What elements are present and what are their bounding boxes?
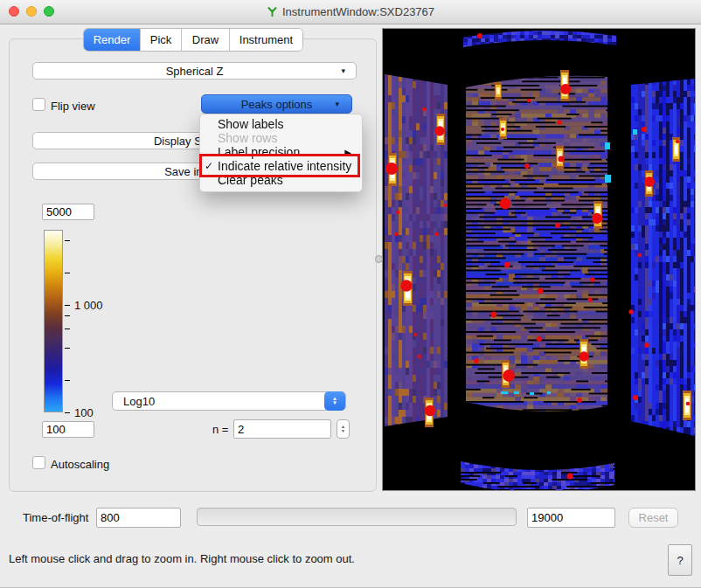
instrument-window: InstrumentWindow:SXD23767 RenderPickDraw… <box>0 0 701 588</box>
help-button[interactable]: ? <box>668 544 692 576</box>
scale-max-input[interactable] <box>42 204 94 220</box>
menu-item-show-labels[interactable]: Show labels <box>200 117 362 131</box>
projection-select[interactable]: Spherical Z ▾ <box>32 62 357 80</box>
title-area: InstrumentWindow:SXD23767 <box>0 0 701 24</box>
mantid-logo-icon <box>267 6 278 17</box>
colorbar-tick <box>65 273 70 273</box>
menu-item-label: Show rows <box>218 131 277 145</box>
annotation-highlight-box <box>199 154 360 177</box>
autoscaling-label: Autoscaling <box>51 458 109 471</box>
menu-item-label: Show labels <box>218 117 284 131</box>
titlebar: InstrumentWindow:SXD23767 <box>0 0 701 24</box>
peaks-options-menu: Show labelsShow rowsLabel precision▶✓Ind… <box>199 114 363 192</box>
colorbar-tick <box>65 412 70 413</box>
menu-item-show-rows: Show rows <box>200 131 362 145</box>
view-tabs: RenderPickDrawInstrument <box>83 28 303 52</box>
peaks-options-button[interactable]: Peaks options ▾ <box>201 94 352 114</box>
chevron-down-icon: ▾ <box>341 66 345 75</box>
colorbar-tick-label: 1 000 <box>74 299 103 312</box>
n-label: n = <box>212 423 228 436</box>
scale-type-value: Log10 <box>113 395 155 408</box>
n-input[interactable] <box>233 419 331 439</box>
instrument-viewport[interactable] <box>382 28 696 491</box>
colorbar-tick <box>65 240 70 241</box>
colorbar-tick <box>65 305 70 306</box>
autoscaling-checkbox[interactable] <box>32 456 45 469</box>
colorbar-tick <box>65 329 70 329</box>
n-stepper[interactable]: ▲▼ <box>337 419 350 439</box>
help-label: ? <box>677 554 683 567</box>
tab-pick[interactable]: Pick <box>141 29 182 51</box>
tof-max-input[interactable] <box>527 508 615 528</box>
window-title: InstrumentWindow:SXD23767 <box>282 5 434 18</box>
combo-chevrons-icon: ▲▼ <box>324 391 345 411</box>
colorbar[interactable] <box>44 230 63 412</box>
colorbar-tick-label: 100 <box>74 406 94 419</box>
flip-view-label: Flip view <box>51 100 95 113</box>
projection-value: Spherical Z <box>166 65 224 78</box>
reset-label: Reset <box>639 511 669 524</box>
flip-view-checkbox[interactable] <box>32 98 45 111</box>
tab-instrument[interactable]: Instrument <box>230 29 302 51</box>
colorbar-tick <box>65 348 70 349</box>
reset-button[interactable]: Reset <box>628 508 678 528</box>
tof-min-input[interactable] <box>96 508 181 528</box>
colorbar-tick <box>65 315 70 316</box>
tab-render[interactable]: Render <box>84 29 141 51</box>
splitter-handle[interactable] <box>375 255 383 263</box>
chevron-down-icon: ▾ <box>335 100 339 108</box>
tof-slider[interactable] <box>197 508 517 526</box>
peaks-options-label: Peaks options <box>241 98 313 111</box>
scale-type-select[interactable]: Log10 ▲▼ <box>112 391 346 411</box>
instrument-3d-view[interactable] <box>383 29 695 490</box>
tof-label: Time-of-flight <box>23 511 88 524</box>
tab-draw[interactable]: Draw <box>182 29 230 51</box>
colorbar-tick <box>65 380 70 381</box>
mouse-hint-text: Left mouse click and drag to zoom in. Ri… <box>9 552 355 565</box>
scale-min-input[interactable] <box>42 421 94 438</box>
